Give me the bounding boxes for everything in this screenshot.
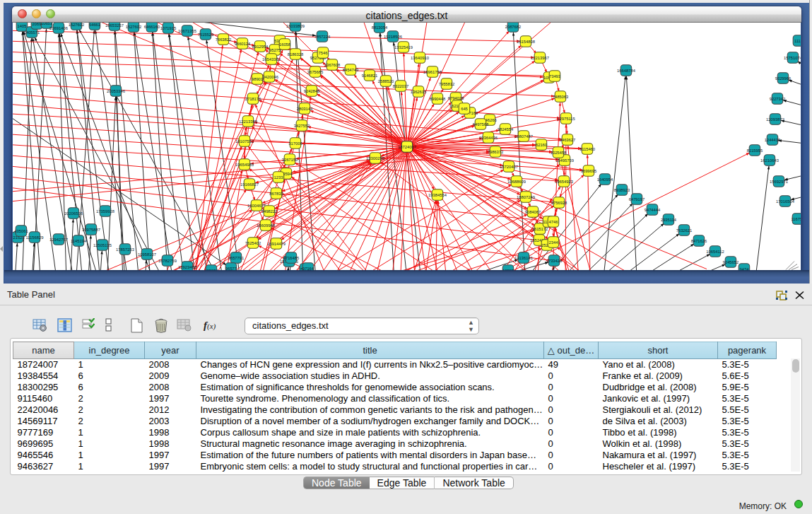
svg-text:9329966: 9329966: [775, 76, 792, 81]
svg-text:9474444: 9474444: [645, 208, 661, 212]
svg-text:10653257: 10653257: [105, 23, 124, 28]
svg-text:16914479: 16914479: [267, 242, 286, 246]
svg-text:13325419: 13325419: [394, 45, 413, 49]
svg-text:12213967: 12213967: [531, 56, 549, 60]
svg-text:10107552: 10107552: [235, 139, 254, 144]
svg-text:16782759: 16782759: [158, 259, 177, 263]
svg-text:4746: 4746: [549, 220, 558, 224]
svg-text:10807487: 10807487: [514, 134, 533, 139]
svg-text:7485063: 7485063: [553, 95, 569, 99]
svg-text:1405571: 1405571: [24, 30, 40, 35]
svg-text:1025458: 1025458: [551, 151, 567, 155]
svg-text:1071915: 1071915: [160, 26, 177, 30]
svg-text:20691406: 20691406: [49, 26, 68, 30]
svg-text:9660124: 9660124: [235, 42, 251, 46]
svg-text:9227342: 9227342: [770, 97, 786, 101]
svg-text:8215955: 8215955: [747, 148, 763, 153]
svg-text:12942757: 12942757: [49, 238, 68, 242]
svg-text:15692971: 15692971: [770, 180, 788, 184]
svg-text:1733426: 1733426: [546, 259, 563, 263]
svg-text:1233: 1233: [274, 175, 283, 180]
svg-text:116753: 116753: [792, 217, 801, 221]
svg-text:73493: 73493: [549, 74, 560, 78]
svg-text:3824554: 3824554: [498, 127, 514, 132]
svg-text:12505135: 12505135: [93, 243, 112, 247]
svg-text:16033809: 16033809: [286, 24, 305, 28]
svg-text:1145194: 1145194: [71, 239, 87, 243]
svg-text:19166827: 19166827: [240, 182, 259, 187]
svg-text:9699695: 9699695: [581, 169, 597, 173]
svg-text:30975887: 30975887: [82, 228, 100, 232]
svg-text:3675685: 3675685: [307, 70, 324, 74]
svg-text:16210643: 16210643: [760, 158, 779, 163]
svg-text:8813054: 8813054: [372, 25, 388, 30]
svg-text:17016504: 17016504: [776, 199, 795, 204]
svg-text:2718176: 2718176: [245, 97, 261, 101]
svg-text:9245652: 9245652: [723, 260, 739, 264]
svg-text:6497568: 6497568: [473, 122, 489, 127]
svg-text:1405: 1405: [18, 24, 27, 28]
svg-text:8471626: 8471626: [691, 239, 707, 243]
svg-text:7986372: 7986372: [488, 150, 504, 154]
svg-text:867833: 867833: [269, 192, 283, 196]
svg-text:16004675: 16004675: [247, 204, 266, 208]
svg-text:19218506: 19218506: [384, 35, 402, 39]
svg-text:95275: 95275: [269, 48, 281, 52]
svg-text:8912954: 8912954: [252, 45, 269, 49]
svg-text:16058: 16058: [279, 42, 290, 47]
svg-text:13300295: 13300295: [366, 156, 384, 160]
svg-text:19654985: 19654985: [235, 163, 254, 167]
svg-text:19654923: 19654923: [555, 180, 573, 184]
svg-text:18724007: 18724007: [398, 145, 416, 149]
svg-text:1244415: 1244415: [765, 138, 781, 142]
svg-text:2588520: 2588520: [378, 79, 394, 83]
svg-text:6466160: 6466160: [144, 25, 160, 29]
svg-text:3427552: 3427552: [294, 124, 310, 128]
svg-text:8454749: 8454749: [343, 68, 359, 72]
svg-text:12213389: 12213389: [239, 119, 257, 124]
svg-text:8186328: 8186328: [288, 52, 304, 57]
svg-text:7515526: 7515526: [198, 33, 214, 37]
svg-text:12975115: 12975115: [557, 117, 575, 121]
svg-text:7625402: 7625402: [245, 241, 261, 245]
svg-text:9115460: 9115460: [579, 147, 595, 151]
svg-text:19384554: 19384554: [428, 193, 447, 197]
svg-text:2087682: 2087682: [505, 25, 522, 29]
svg-text:16961758: 16961758: [423, 70, 442, 74]
svg-text:8322037: 8322037: [393, 84, 409, 88]
svg-text:15720407: 15720407: [500, 165, 518, 169]
svg-text:1112: 1112: [794, 39, 801, 43]
svg-text:64661: 64661: [89, 23, 100, 27]
svg-text:16154808: 16154808: [517, 40, 535, 44]
svg-text:1640954: 1640954: [597, 177, 613, 182]
svg-text:15751074: 15751074: [784, 56, 801, 60]
svg-text:98901: 98901: [252, 77, 263, 81]
svg-text:7546: 7546: [319, 51, 328, 55]
svg-text:2935114: 2935114: [661, 218, 677, 222]
svg-text:9463627: 9463627: [560, 138, 576, 142]
svg-text:2069: 2069: [33, 23, 42, 26]
svg-text:62160: 62160: [536, 143, 547, 147]
svg-text:9146821: 9146821: [362, 74, 378, 78]
svg-text:2803144: 2803144: [297, 107, 313, 111]
svg-text:13640910: 13640910: [411, 56, 429, 60]
svg-text:12923468: 12923468: [178, 265, 196, 269]
svg-text:7663822: 7663822: [216, 37, 232, 42]
svg-text:10671355: 10671355: [178, 29, 196, 33]
svg-text:6794028: 6794028: [448, 96, 464, 100]
svg-text:15609948: 15609948: [257, 223, 275, 228]
svg-text:9756928: 9756928: [551, 201, 567, 205]
svg-text:1527602: 1527602: [126, 25, 142, 29]
svg-text:645: 645: [461, 107, 468, 111]
svg-text:9716485: 9716485: [283, 256, 300, 260]
svg-text:6479197: 6479197: [629, 197, 645, 201]
svg-text:11156829: 11156829: [26, 235, 44, 240]
svg-text:317006: 317006: [288, 141, 302, 146]
svg-text:12093872: 12093872: [766, 117, 784, 122]
svg-text:14136141: 14136141: [514, 256, 533, 260]
svg-text:20364436: 20364436: [479, 136, 498, 140]
svg-text:8938923: 8938923: [614, 188, 630, 192]
svg-text:9242848: 9242848: [304, 89, 320, 93]
svg-text:15495759: 15495759: [555, 158, 574, 163]
svg-text:1527602: 1527602: [69, 23, 85, 27]
